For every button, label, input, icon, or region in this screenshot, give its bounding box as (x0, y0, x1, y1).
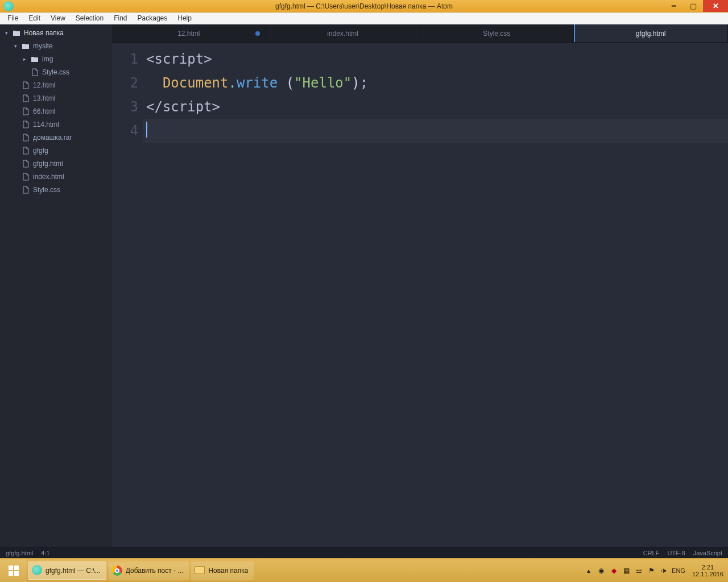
taskbar-item-label: Новая папка (208, 567, 248, 575)
tree-file-66-html[interactable]: 66.html (0, 105, 112, 118)
tab-label: Style.css (483, 30, 510, 38)
tree-file--rar[interactable]: домашка.rar (0, 131, 112, 144)
chevron-down-icon: ▾ (13, 43, 18, 49)
menu-packages[interactable]: Packages (133, 13, 173, 24)
window-maximize-button[interactable]: ▢ (684, 0, 703, 12)
action-center-icon[interactable]: ⚑ (647, 566, 656, 575)
line-number: 1 (112, 47, 138, 71)
file-icon (22, 94, 30, 102)
editor-tab-index-html[interactable]: index.html (266, 24, 420, 42)
status-filename[interactable]: gfgfg.html (6, 550, 33, 556)
line-number: 3 (112, 95, 138, 119)
tree-file-style-css[interactable]: Style.css (0, 65, 112, 78)
svg-rect-0 (9, 566, 13, 570)
tree-item-label: mysite (33, 42, 53, 50)
menu-view[interactable]: View (46, 13, 71, 24)
editor-tab-style-css[interactable]: Style.css (420, 24, 574, 42)
status-cursor-position[interactable]: 4:1 (41, 550, 49, 556)
tree-root-folder[interactable]: ▾ Новая папка (0, 26, 112, 39)
system-tray[interactable]: ▴ ◉ ◆ ▦ ⚍ ⚑ 🕩 ENG 2:21 12.11.2016 (584, 564, 728, 577)
tree-item-label: Style.css (42, 68, 69, 76)
editor-tab-12-html[interactable]: 12.html (112, 24, 266, 42)
svg-rect-1 (14, 566, 19, 570)
file-icon (22, 186, 30, 194)
tray-up-icon[interactable]: ▴ (584, 566, 593, 575)
svg-rect-2 (9, 571, 13, 576)
tree-file-13-html[interactable]: 13.html (0, 92, 112, 105)
atom-icon (32, 565, 42, 577)
taskbar-item-label: gfgfg.html — C:\... (46, 567, 101, 575)
file-icon (22, 107, 30, 115)
menu-edit[interactable]: Edit (23, 13, 46, 24)
menu-help[interactable]: Help (172, 13, 197, 24)
menu-find[interactable]: Find (109, 13, 132, 24)
language-indicator[interactable]: ENG (672, 567, 685, 574)
tree-item-label: gfgfg (33, 147, 48, 155)
file-icon (31, 68, 39, 76)
tree-file-12-html[interactable]: 12.html (0, 78, 112, 92)
chrome-icon (112, 566, 122, 576)
status-line-ending[interactable]: CRLF (643, 550, 660, 556)
code-line[interactable]: </script> (146, 95, 728, 119)
window-titlebar: gfgfg.html — C:\Users\user\Desktop\Новая… (0, 0, 728, 13)
file-icon (22, 160, 30, 168)
taskbar-item-atom[interactable]: gfgfg.html — C:\... (28, 562, 106, 580)
atom-app-icon (3, 1, 14, 11)
volume-icon[interactable]: 🕩 (659, 566, 668, 575)
tree-file-gfgfg[interactable]: gfgfg (0, 144, 112, 157)
tree-view-sidebar[interactable]: ▾ Новая папка ▾mysite▸imgStyle.css12.htm… (0, 24, 112, 547)
tree-folder-img[interactable]: ▸img (0, 52, 112, 65)
start-button[interactable] (0, 559, 27, 582)
line-number: 4 (112, 119, 138, 143)
tab-label: gfgfg.html (636, 30, 666, 38)
tray-icon-2[interactable]: ▦ (622, 566, 631, 575)
file-icon (22, 81, 30, 89)
status-grammar[interactable]: JavaScript (693, 550, 722, 556)
code-line[interactable]: <script> (146, 47, 728, 71)
menu-bar: FileEditViewSelectionFindPackagesHelp (0, 13, 728, 24)
taskbar-clock[interactable]: 2:21 12.11.2016 (689, 564, 723, 577)
tree-file-114-html[interactable]: 114.html (0, 118, 112, 131)
text-editor[interactable]: 1234 <script> Document.write ("Hello");<… (112, 43, 728, 547)
editor-tab-bar: 12.htmlindex.htmlStyle.cssgfgfg.html (112, 24, 728, 43)
taskbar-item-chrome[interactable]: Добавить пост - ... (109, 562, 189, 580)
modified-indicator-icon (255, 31, 260, 36)
editor-tab-gfgfg-html[interactable]: gfgfg.html (574, 24, 728, 42)
window-close-button[interactable]: ✕ (703, 0, 728, 12)
tree-item-label: img (42, 55, 53, 63)
tree-item-label: 114.html (33, 120, 59, 128)
window-minimize-button[interactable]: ━ (664, 0, 684, 12)
folder-icon (195, 566, 205, 576)
folder-icon (13, 30, 20, 36)
file-icon (22, 173, 30, 181)
tab-label: 12.html (177, 30, 200, 38)
line-number: 2 (112, 71, 138, 95)
tree-file-gfgfg-html[interactable]: gfgfg.html (0, 157, 112, 170)
windows-taskbar: gfgfg.html — C:\...Добавить пост - ...Но… (0, 559, 728, 582)
steam-icon[interactable]: ◉ (597, 566, 606, 575)
status-encoding[interactable]: UTF-8 (667, 550, 685, 556)
tree-item-label: 66.html (33, 107, 55, 115)
line-number-gutter: 1234 (112, 43, 146, 547)
code-line[interactable] (143, 119, 728, 143)
taskbar-item-folder[interactable]: Новая папка (191, 562, 254, 580)
file-icon (22, 120, 30, 128)
editor-content[interactable]: <script> Document.write ("Hello");</scri… (146, 43, 728, 547)
tree-folder-mysite[interactable]: ▾mysite (0, 39, 112, 52)
chevron-right-icon: ▸ (22, 56, 27, 62)
file-icon (22, 134, 30, 142)
tree-file-index-html[interactable]: index.html (0, 170, 112, 183)
tree-root-label: Новая папка (24, 29, 64, 37)
tray-icon[interactable]: ◆ (609, 566, 618, 575)
tree-item-label: 13.html (33, 94, 55, 102)
file-icon (22, 147, 30, 155)
folder-icon (31, 56, 39, 63)
menu-file[interactable]: File (2, 13, 23, 24)
network-icon[interactable]: ⚍ (634, 566, 643, 575)
menu-selection[interactable]: Selection (71, 13, 109, 24)
code-line[interactable]: Document.write ("Hello"); (146, 71, 728, 95)
status-bar: gfgfg.html 4:1 CRLF UTF-8 JavaScript (0, 547, 728, 559)
svg-rect-3 (14, 571, 19, 576)
folder-icon (22, 43, 30, 49)
tree-file-style-css[interactable]: Style.css (0, 183, 112, 196)
